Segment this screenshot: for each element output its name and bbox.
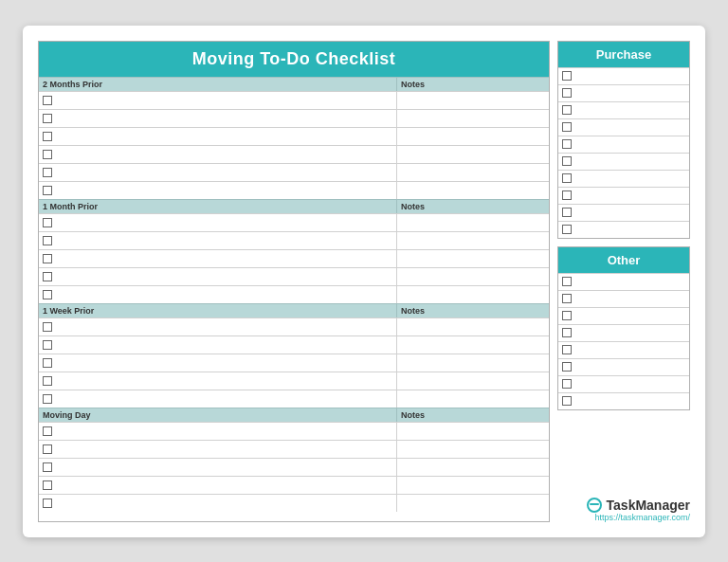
table-row <box>39 476 549 494</box>
list-item <box>558 153 689 170</box>
main-section: Moving To-Do Checklist 2 Months Prior No… <box>38 41 550 522</box>
table-row <box>39 91 549 109</box>
checkbox[interactable] <box>43 426 52 436</box>
checkbox[interactable] <box>43 499 52 508</box>
section-label-1month: 1 Month Prior <box>39 200 397 213</box>
main-title: Moving To-Do Checklist <box>39 42 549 77</box>
checkbox[interactable] <box>43 322 52 332</box>
section-header-1week: 1 Week Prior Notes <box>39 303 549 317</box>
checkbox[interactable] <box>562 277 572 286</box>
checkbox[interactable] <box>43 132 52 141</box>
table-row <box>39 440 549 458</box>
checkbox[interactable] <box>43 150 52 159</box>
checkbox[interactable] <box>43 96 52 105</box>
section-header-2months: 2 Months Prior Notes <box>39 77 549 91</box>
purchase-panel: Purchase <box>557 41 690 239</box>
table-row <box>39 494 549 512</box>
list-item <box>558 170 689 187</box>
section-notes-label-movingday: Notes <box>397 408 549 422</box>
checkbox[interactable] <box>43 444 52 454</box>
table-row <box>39 163 549 181</box>
right-section: Purchase Other <box>557 41 690 522</box>
table-row <box>39 145 549 163</box>
checkbox[interactable] <box>43 236 52 245</box>
checkbox[interactable] <box>43 114 52 123</box>
checkbox[interactable] <box>562 190 572 200</box>
list-item <box>558 187 689 204</box>
table-row <box>39 213 549 231</box>
checkbox[interactable] <box>43 254 52 263</box>
checkbox[interactable] <box>562 328 572 337</box>
list-item <box>558 221 689 238</box>
list-item <box>558 67 689 84</box>
checkbox[interactable] <box>43 340 52 350</box>
brand-icon <box>587 498 602 513</box>
list-item <box>558 358 689 375</box>
brand-name: TaskManager <box>607 498 690 513</box>
checkbox[interactable] <box>562 396 572 406</box>
checkbox[interactable] <box>43 272 52 281</box>
checkbox[interactable] <box>43 218 52 227</box>
list-item <box>558 392 689 409</box>
section-header-1month: 1 Month Prior Notes <box>39 199 549 213</box>
checkbox[interactable] <box>562 379 572 389</box>
list-item <box>558 101 689 118</box>
list-item <box>558 136 689 153</box>
list-item <box>558 375 689 392</box>
checkbox[interactable] <box>562 88 572 98</box>
checkbox[interactable] <box>43 480 52 490</box>
table-row <box>39 109 549 127</box>
brand-url: https://taskmanager.com/ <box>557 513 690 522</box>
checkbox[interactable] <box>562 122 572 132</box>
list-item <box>558 118 689 136</box>
checkbox[interactable] <box>562 139 572 149</box>
table-row <box>39 285 549 303</box>
checkbox[interactable] <box>43 290 52 299</box>
section-notes-label-1week: Notes <box>397 304 549 317</box>
other-title: Other <box>558 247 689 273</box>
table-row <box>39 354 549 372</box>
list-item <box>558 307 689 324</box>
checkbox[interactable] <box>562 208 572 217</box>
table-row <box>39 458 549 476</box>
list-item <box>558 273 689 290</box>
list-item <box>558 341 689 358</box>
checkbox[interactable] <box>43 168 52 177</box>
list-item <box>558 290 689 307</box>
checkbox[interactable] <box>562 362 572 372</box>
section-label-movingday: Moving Day <box>39 408 397 422</box>
table-row <box>39 249 549 267</box>
table-row <box>39 317 549 335</box>
table-row <box>39 267 549 285</box>
branding: TaskManager https://taskmanager.com/ <box>557 487 690 522</box>
checkbox[interactable] <box>562 173 572 183</box>
section-label-2months: 2 Months Prior <box>39 78 397 91</box>
checkbox[interactable] <box>43 462 52 472</box>
checkbox[interactable] <box>562 225 572 234</box>
checkbox[interactable] <box>562 156 572 166</box>
list-item <box>558 204 689 221</box>
other-panel: Other <box>557 246 690 410</box>
table-row <box>39 181 549 199</box>
table-row <box>39 335 549 354</box>
list-item <box>558 324 689 341</box>
checkbox[interactable] <box>562 345 572 354</box>
section-header-movingday: Moving Day Notes <box>39 408 549 422</box>
checkbox[interactable] <box>43 394 52 404</box>
checkbox[interactable] <box>43 376 52 386</box>
checkbox[interactable] <box>43 358 52 368</box>
page: Moving To-Do Checklist 2 Months Prior No… <box>23 26 705 537</box>
purchase-title: Purchase <box>558 42 689 67</box>
checkbox[interactable] <box>562 294 572 303</box>
section-label-1week: 1 Week Prior <box>39 304 397 317</box>
section-notes-label-2months: Notes <box>397 78 549 91</box>
section-notes-label-1month: Notes <box>397 200 549 213</box>
checkbox[interactable] <box>562 71 572 81</box>
checkbox[interactable] <box>43 186 52 195</box>
table-row <box>39 127 549 145</box>
table-row <box>39 372 549 390</box>
checkbox[interactable] <box>562 311 572 320</box>
list-item <box>558 84 689 101</box>
table-row <box>39 390 549 408</box>
checkbox[interactable] <box>562 105 572 115</box>
